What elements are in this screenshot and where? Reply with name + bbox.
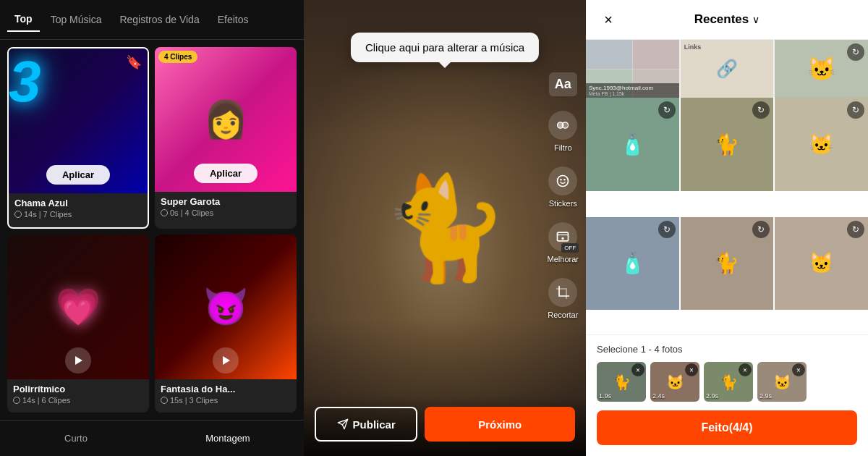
clock-icon-2 [161,209,168,216]
stickers-icon [548,166,577,195]
gallery-item-1[interactable]: 🧴 ↻ [586,98,679,191]
music-card-super-garota[interactable]: 👩 4 Clipes Aplicar Super Garota 0s | 4 C… [155,47,297,229]
feito-button[interactable]: Feito(4/4) [597,410,857,445]
account-overlay: Sync.1993@hotmail.com Meta FB | 1,15k [586,83,679,98]
stickers-label: Stickers [549,199,577,208]
music-thumb-poliritmico: 💗 [7,235,149,379]
clock-icon-3 [13,397,20,404]
refresh-icon-5: ↻ [658,221,676,238]
crop-tool[interactable]: Recortar [548,278,578,319]
publicar-label: Publicar [353,418,396,431]
close-button[interactable]: × [597,8,620,31]
aplicar-btn-super-garota[interactable]: Aplicar [194,164,258,183]
filter-tool[interactable]: Filtro [548,111,577,152]
gallery-item-4[interactable]: 🧴 ↻ [586,217,679,311]
thumb-duration-2: 2.4s [652,392,665,400]
improve-tool[interactable]: OFF Melhorar [548,222,579,263]
side-tools: Aa Filtro Stickers [548,72,579,319]
selected-photos-section: Selecione 1 - 4 fotos 🐈 × 1.9s 🐱 × 2.4s … [586,334,868,410]
selected-thumb-1[interactable]: 🐈 × 1.9s [597,362,646,402]
remove-thumb-2[interactable]: × [685,363,698,376]
gallery-item-3[interactable]: 🐱 ↻ [775,98,868,191]
tab-top[interactable]: Top [7,7,40,32]
gallery-item-6[interactable]: 🐱 ↻ [775,217,868,311]
filter-icon [548,111,577,140]
music-thumb-fantasia: 😈 [155,235,297,379]
svg-point-3 [561,179,563,181]
svg-point-2 [558,176,569,187]
music-art-fantasia: 😈 [203,286,248,328]
music-title-fantasia: Fantasia do Ha... [161,384,291,394]
bottom-tab-montagem[interactable]: Montagem [152,421,304,456]
gallery-title: Recentes [694,12,749,27]
aplicar-btn-chama-azul[interactable]: Aplicar [46,165,110,185]
gallery-grid: 🧴 ↻ 🐈 ↻ 🐱 ↻ 🧴 ↻ 🐈 ↻ 🐱 ↻ [586,98,868,334]
off-badge: OFF [561,243,579,253]
bottom-tab-curto[interactable]: Curto [0,421,152,456]
music-clips-super-garota: 4 Clipes [184,208,213,217]
gallery-links-item[interactable]: 🔗 Links [681,40,774,98]
proximo-button[interactable]: Próximo [425,407,575,442]
svg-point-6 [562,237,564,240]
music-meta-super-garota: 0s | 4 Clipes [161,208,291,217]
music-art-super-garota: 👩 [203,98,248,140]
text-tool[interactable]: Aa [549,72,577,96]
links-label: Links [684,43,702,51]
cat-photo: 🐈 [304,0,586,456]
music-change-tooltip[interactable]: Clique aqui para alterar a música [351,33,539,62]
stickers-tool[interactable]: Stickers [548,166,577,208]
bottom-actions: Publicar Próximo [304,396,586,456]
thumb-duration-4: 2.9s [760,392,772,400]
music-card-poliritmico[interactable]: 💗 Polirrítmico 14s | 6 Clipes [7,235,149,413]
tab-top-musica[interactable]: Top Música [43,8,109,31]
neon-number: 3 [9,49,41,114]
crop-label: Recortar [548,311,578,319]
music-art-poliritmico: 💗 [56,286,101,328]
chevron-down-icon[interactable]: ∨ [752,14,760,25]
improve-icon: OFF [548,222,577,251]
refresh-icon-6: ↻ [752,221,770,238]
music-duration-chama-azul: 14s [24,210,37,219]
cat-background: 🐈 [304,0,586,456]
selected-thumb-3[interactable]: 🐈 × 2.9s [704,362,753,402]
play-btn-poliritmico[interactable] [65,347,91,373]
gallery-account-item-1[interactable]: Sync.1993@hotmail.com Meta FB | 1,15k [586,40,679,98]
music-card-chama-azul[interactable]: 3 🔖 Aplicar Chama Azul 14s | 7 Clipes [7,47,149,229]
refresh-icon-4: ↻ [847,101,864,119]
tab-efeitos[interactable]: Efeitos [210,8,256,31]
clock-icon-4 [161,397,168,404]
music-clips-poliritmico: 6 Clipes [42,396,71,405]
grid-cell [633,40,679,69]
tab-bar: Top Top Música Registros de Vida Efeitos [0,0,304,40]
music-grid: 3 🔖 Aplicar Chama Azul 14s | 7 Clipes 👩 … [0,40,304,420]
svg-point-1 [562,122,568,128]
publicar-button[interactable]: Publicar [315,407,417,442]
refresh-icon-2: ↻ [658,101,676,119]
gallery-cat-item-1[interactable]: 🐱 ↻ [775,40,868,98]
account-meta: Meta FB | 1,15k [589,91,676,96]
filter-label: Filtro [554,143,571,152]
remove-thumb-4[interactable]: × [792,363,805,376]
crop-icon [548,278,577,307]
gallery-item-2[interactable]: 🐈 ↻ [681,98,774,191]
svg-point-4 [564,179,566,181]
selected-thumb-4[interactable]: 🐱 × 2.9s [757,362,807,402]
play-btn-fantasia[interactable] [213,347,239,373]
cat-emoji: 🐈 [382,177,509,279]
thumb-duration-1: 1.9s [599,392,611,400]
tab-registros[interactable]: Registros de Vida [112,8,206,31]
remove-thumb-3[interactable]: × [739,363,752,376]
preview-panel: 🐈 Clique aqui para alterar a música Aa F… [304,0,586,456]
music-info-poliritmico: Polirrítmico 14s | 6 Clipes [7,379,149,410]
refresh-icon-7: ↻ [847,221,864,238]
text-tool-icon: Aa [549,72,577,96]
music-duration-super-garota: 0s [170,208,179,217]
selected-strip: 🐈 × 1.9s 🐱 × 2.4s 🐈 × 2.9s 🐱 × 2.9s [597,362,857,402]
remove-thumb-1[interactable]: × [631,363,644,376]
music-meta-fantasia: 15s | 3 Clipes [161,396,291,405]
gallery-item-5[interactable]: 🐈 ↻ [681,217,774,311]
music-duration-poliritmico: 14s [22,396,35,405]
thumb-duration-3: 2.9s [706,392,718,400]
music-card-fantasia[interactable]: 😈 Fantasia do Ha... 15s | 3 Clipes [155,235,297,413]
selected-thumb-2[interactable]: 🐱 × 2.4s [650,362,699,402]
